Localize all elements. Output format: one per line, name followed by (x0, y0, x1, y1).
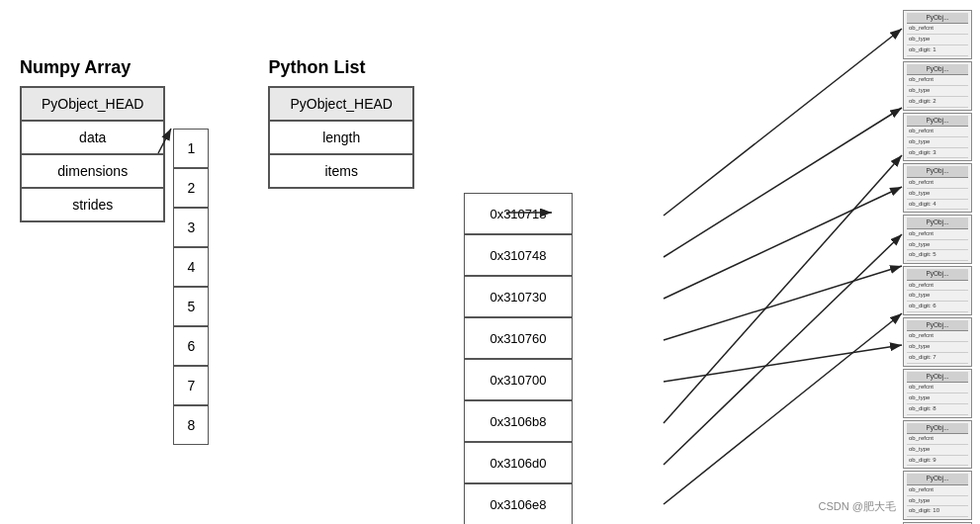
addr-6: 0x3106d0 (464, 442, 573, 483)
numpy-array-section: Numpy Array PyObject_HEAD data dimension… (20, 57, 165, 222)
numpy-array-box: PyObject_HEAD data dimensions strides (20, 86, 165, 222)
addr-3: 0x310760 (464, 317, 573, 359)
data-value-4: 4 (173, 247, 209, 287)
numpy-array-title: Numpy Array (20, 57, 131, 78)
arrow-addr2-rbox7 (664, 187, 902, 299)
right-box-6: PyObj... ob_refcnt ob_type ob_digit: 6 (903, 266, 972, 315)
right-box-2: PyObj... ob_refcnt ob_type ob_digit: 2 (903, 61, 972, 111)
data-value-1: 1 (173, 129, 209, 168)
python-list-title: Python List (268, 57, 365, 78)
memory-addresses: 0x310718 0x310748 0x310730 0x310760 0x31… (464, 193, 573, 524)
addr-1: 0x310748 (464, 234, 573, 276)
arrow-addr6-rbox9 (664, 234, 902, 465)
python-pyobject-head: PyObject_HEAD (269, 87, 412, 121)
python-list-box: PyObject_HEAD length items (268, 86, 413, 189)
data-value-2: 2 (173, 168, 209, 208)
data-value-7: 7 (173, 366, 209, 405)
diagram-container: Numpy Array PyObject_HEAD data dimension… (0, 0, 980, 524)
data-value-8: 8 (173, 405, 209, 445)
data-value-5: 5 (173, 287, 209, 326)
addr-4: 0x310700 (464, 359, 573, 400)
right-box-10: PyObj... ob_refcnt ob_type ob_digit: 10 (903, 471, 972, 520)
right-box-9: PyObj... ob_refcnt ob_type ob_digit: 9 (903, 420, 972, 470)
python-list-section: Python List PyObject_HEAD length items (268, 57, 413, 189)
data-value-3: 3 (173, 208, 209, 247)
arrow-addr1-rbox4 (664, 108, 902, 257)
numpy-pyobject-head: PyObject_HEAD (21, 87, 164, 121)
right-box-5: PyObj... ob_refcnt ob_type ob_digit: 5 (903, 215, 972, 264)
right-box-1: PyObj... ob_refcnt ob_type ob_digit: 1 (903, 10, 972, 59)
addr-5: 0x3106b8 (464, 400, 573, 442)
numpy-strides-cell: strides (21, 188, 164, 221)
addr-7: 0x3106e8 (464, 483, 573, 524)
watermark: CSDN @肥大毛 (819, 499, 896, 514)
right-box-4: PyObj... ob_refcnt ob_type ob_digit: 4 (903, 163, 972, 213)
right-panel: PyObj... ob_refcnt ob_type ob_digit: 1 P… (903, 10, 972, 524)
right-box-3: PyObj... ob_refcnt ob_type ob_digit: 3 (903, 113, 972, 162)
numpy-data-values: 1 2 3 4 5 6 7 8 (173, 129, 209, 445)
arrow-addr7-rbox12 (664, 313, 902, 504)
arrow-addr0-rbox1 (664, 29, 902, 216)
arrow-addr5-rbox6 (664, 155, 902, 423)
right-box-7: PyObj... ob_refcnt ob_type ob_digit: 7 (903, 317, 972, 367)
numpy-dimensions-cell: dimensions (21, 154, 164, 188)
right-box-8: PyObj... ob_refcnt ob_type ob_digit: 8 (903, 369, 972, 418)
python-items-cell: items (269, 154, 412, 188)
numpy-data-cell: data (21, 121, 164, 154)
arrow-addr3-rbox10 (664, 266, 902, 340)
addr-0: 0x310718 (464, 193, 573, 234)
addr-2: 0x310730 (464, 276, 573, 317)
arrow-addr4-rbox13 (664, 345, 902, 382)
python-length-cell: length (269, 121, 412, 154)
data-value-6: 6 (173, 326, 209, 366)
